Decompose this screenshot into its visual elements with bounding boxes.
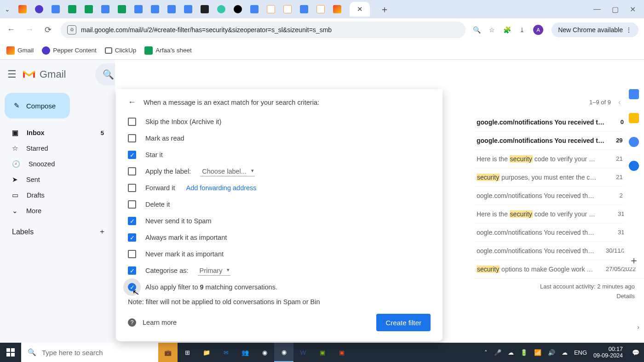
tab-favicon[interactable] xyxy=(52,5,60,13)
bookmark-star-icon[interactable]: ☆ xyxy=(489,26,495,34)
onedrive-icon[interactable]: ☁ xyxy=(562,349,568,356)
sidebar-item-inbox[interactable]: ▣Inbox5 xyxy=(0,125,115,141)
search-icon[interactable]: 🔍 xyxy=(473,26,481,34)
word-icon[interactable]: W xyxy=(293,343,313,362)
mic-icon[interactable]: 🎤 xyxy=(494,349,501,356)
checkbox[interactable] xyxy=(128,118,136,126)
tab-favicon[interactable] xyxy=(300,5,308,13)
compose-button[interactable]: ✎ Compose xyxy=(5,93,70,119)
volume-icon[interactable]: 🔊 xyxy=(548,349,555,356)
collapse-siderail-icon[interactable]: › xyxy=(637,323,639,331)
details-link[interactable]: Details xyxy=(540,292,635,301)
tasks-icon[interactable] xyxy=(629,137,639,147)
checkbox[interactable]: ✓ xyxy=(128,266,136,275)
taskbar-clock[interactable]: 00:1709-09-2024 xyxy=(593,346,626,359)
email-row[interactable]: google.com/notifications You received t…… xyxy=(474,113,644,131)
checkbox[interactable]: ✓ xyxy=(128,217,136,225)
tab-favicon[interactable] xyxy=(201,5,209,13)
hamburger-icon[interactable]: ☰ xyxy=(7,68,17,80)
maximize-icon[interactable]: ▢ xyxy=(612,5,619,14)
search-icon[interactable]: 🔍 xyxy=(103,69,114,80)
chrome-icon[interactable]: ◉ xyxy=(255,343,274,362)
keep-icon[interactable] xyxy=(629,113,639,123)
checkbox[interactable] xyxy=(128,200,136,209)
wifi-icon[interactable]: 📶 xyxy=(534,349,541,356)
task-briefcase-icon[interactable]: 💼 xyxy=(158,343,178,362)
camtasia-icon[interactable]: ▣ xyxy=(313,343,332,362)
address-bar[interactable]: ⚙ mail.google.com/mail/u/2/#create-filte… xyxy=(61,22,466,38)
add-addon-icon[interactable]: ＋ xyxy=(629,254,639,267)
contacts-icon[interactable] xyxy=(629,161,639,171)
tab-favicon[interactable] xyxy=(184,5,192,13)
checkbox[interactable] xyxy=(128,134,136,142)
tab-favicon[interactable] xyxy=(35,5,43,13)
email-row[interactable]: oogle.com/notifications You received th…… xyxy=(474,187,644,205)
profile-avatar[interactable]: A xyxy=(533,25,543,35)
new-tab-button[interactable]: ＋ xyxy=(378,3,391,16)
minimize-icon[interactable]: — xyxy=(593,5,601,14)
bookmark-item[interactable]: Gmail xyxy=(6,46,34,55)
sidebar-item-snoozed[interactable]: 🕘Snoozed xyxy=(0,156,115,172)
checkbox[interactable] xyxy=(128,167,136,175)
file-explorer-icon[interactable]: 📁 xyxy=(197,343,216,362)
back-arrow-icon[interactable]: ← xyxy=(128,97,136,107)
email-row[interactable]: google.com/notifications You received t…… xyxy=(474,131,644,150)
tab-favicon[interactable] xyxy=(333,5,341,13)
tab-favicon[interactable] xyxy=(118,5,126,13)
sidebar-item-more[interactable]: ⌄More xyxy=(0,203,115,219)
email-row[interactable]: oogle.com/notifications You received th…… xyxy=(474,242,644,260)
outlook-icon[interactable]: ✉ xyxy=(216,343,236,362)
reload-icon[interactable]: ⟳ xyxy=(42,25,53,35)
tab-favicon[interactable] xyxy=(283,5,292,13)
sidebar-item-sent[interactable]: ➤Sent xyxy=(0,172,115,187)
recorder-icon[interactable]: ▣ xyxy=(332,343,351,362)
tab-favicon[interactable] xyxy=(151,5,159,13)
email-row[interactable]: Here is the security code to verify your… xyxy=(474,205,644,223)
active-tab[interactable]: ✕ xyxy=(350,2,370,17)
close-window-icon[interactable]: ✕ xyxy=(630,5,636,14)
filter-select[interactable]: Choose label... xyxy=(200,167,255,176)
tab-favicon[interactable] xyxy=(134,5,143,13)
forwarding-link[interactable]: Add forwarding address xyxy=(186,184,256,192)
tab-favicon[interactable] xyxy=(68,5,76,13)
tab-favicon[interactable] xyxy=(101,5,109,13)
email-row[interactable]: oogle.com/notifications You received th…… xyxy=(474,223,644,242)
tray-chevron-icon[interactable]: ˄ xyxy=(484,349,488,356)
tab-favicon[interactable] xyxy=(18,5,27,13)
back-icon[interactable]: ← xyxy=(6,25,17,34)
start-button[interactable] xyxy=(0,343,21,362)
add-label-icon[interactable]: ＋ xyxy=(98,227,106,237)
gmail-logo[interactable]: Gmail xyxy=(22,68,66,80)
email-row[interactable]: Here is the security code to verify your… xyxy=(474,150,644,168)
weather-icon[interactable]: ☁ xyxy=(508,349,514,356)
email-row[interactable]: security options to make Google work …27… xyxy=(474,260,644,278)
tab-favicon[interactable] xyxy=(267,5,275,13)
email-row[interactable]: security purposes, you must enter the c…… xyxy=(474,168,644,187)
learn-more-link[interactable]: ? Learn more xyxy=(128,318,177,327)
battery-icon[interactable]: 🔋 xyxy=(520,349,528,356)
checkbox[interactable] xyxy=(128,250,136,258)
prev-page-icon[interactable]: ‹ xyxy=(618,97,621,107)
task-view-icon[interactable]: ⊞ xyxy=(178,343,197,362)
notifications-icon[interactable]: 💬 xyxy=(632,349,639,356)
chrome-active-icon[interactable]: ◉ xyxy=(274,343,293,362)
tab-favicon[interactable] xyxy=(250,5,259,13)
tab-favicon[interactable] xyxy=(316,5,325,13)
tab-favicon[interactable] xyxy=(234,5,242,13)
teams-icon[interactable]: 👥 xyxy=(236,343,255,362)
chrome-update-button[interactable]: New Chrome available ⋮ xyxy=(552,23,638,37)
calendar-icon[interactable] xyxy=(629,89,639,99)
bookmark-item[interactable]: Arfaa's sheet xyxy=(144,46,191,55)
create-filter-button[interactable]: Create filter xyxy=(376,314,431,331)
language-indicator[interactable]: ENG xyxy=(574,349,587,356)
checkbox[interactable]: ✓ xyxy=(128,233,136,242)
checkbox[interactable] xyxy=(128,184,136,192)
tabs-dropdown-icon[interactable]: ⌄ xyxy=(5,6,10,13)
sidebar-item-drafts[interactable]: ▭Drafts xyxy=(0,187,115,203)
taskbar-search[interactable]: 🔍Type here to search xyxy=(21,343,158,362)
filter-select[interactable]: Primary xyxy=(198,266,231,276)
site-info-icon[interactable]: ⚙ xyxy=(67,25,76,34)
sidebar-item-starred[interactable]: ☆Starred xyxy=(0,141,115,156)
downloads-icon[interactable]: ⤓ xyxy=(519,26,525,34)
extensions-icon[interactable]: 🧩 xyxy=(503,26,511,34)
